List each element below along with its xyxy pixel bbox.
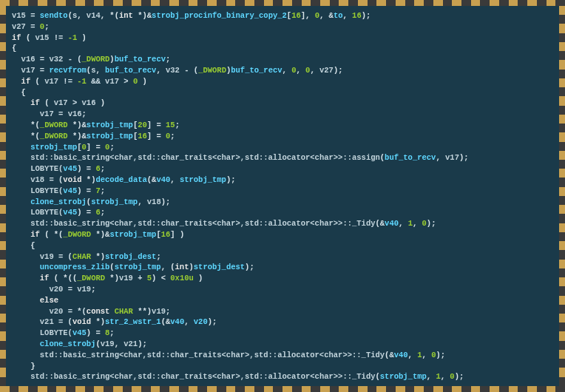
code-line: LOBYTE(v45) = 6; [12,163,553,175]
token-id: LOBYTE( [40,328,72,337]
token-punc: , [296,66,305,75]
token-gvar: to [334,11,343,20]
token-punc: ; [166,55,170,64]
code-line: v17 = v16; [12,109,553,120]
token-punc: , [77,11,87,20]
token-op: = [54,109,68,118]
token-op: > [119,77,133,86]
token-id: v19 [77,285,91,294]
token-punc: (& [376,219,385,228]
token-punc: *( [30,132,40,141]
token-id: v19 [40,252,54,261]
token-id: v14 [87,11,101,20]
token-kw: if [30,230,40,239]
token-punc: ] = [147,132,166,141]
decorative-border-left [0,6,6,386]
token-id: LOBYTE( [30,186,63,195]
token-punc: ); [436,351,445,359]
token-op: = [26,22,40,31]
token-punc: *) [91,317,105,326]
token-punc: , [427,372,436,381]
code-line: uncompress_zlib(strobj_tmp, (int)strobj_… [12,262,553,273]
token-id: std::basic_string<char,std::char_traits<… [30,219,375,228]
token-punc: *)& [68,132,87,141]
token-id: v17 [445,153,459,162]
token-kw: int [175,263,189,271]
token-punc: *) [91,252,105,261]
code-line: if ( v17 != -1 && v17 > 0 ) [12,76,553,87]
token-id: v32 [49,55,63,64]
token-id: v20 [49,307,63,316]
code-line: clone_strobj(v19, v21); [12,339,553,350]
token-op: = [35,55,50,64]
token-punc: , *( [101,11,119,20]
token-num: 0x10u [170,274,194,283]
code-line: if ( *(_DWORD *)&strobj_tmp[16] ) [12,229,553,240]
token-kw: void [72,317,91,326]
token-punc: , [408,351,418,359]
token-func: clone_strobj [30,197,87,206]
token-punc: , [436,153,445,162]
code-line: std::basic_string<char,std::char_traits<… [12,218,553,229]
token-punc: , [138,197,147,206]
token-punc: ( [21,33,35,42]
token-id: v19 [119,274,133,283]
token-id: v20 [49,285,63,294]
token-punc: *) [82,175,96,184]
decompiled-code-block[interactable]: v15 = sendto(s, v14, *(int *)&strobj_pro… [7,7,558,385]
token-gvar: v20 [194,317,208,326]
token-id: v17 [105,77,119,86]
token-punc: ); [245,263,254,271]
token-gvar: strobj_tmp [115,263,161,271]
token-punc: ) [95,98,105,107]
token-punc: ; [109,328,114,337]
code-line: *(_DWORD *)&strobj_tmp[16] = 0; [12,131,553,142]
token-gvar: strobj_tmp [180,175,226,184]
code-viewport: v15 = sendto(s, v14, *(int *)&strobj_pro… [7,7,558,385]
token-punc: ) = [77,164,95,173]
token-punc: ] = [87,143,105,152]
token-punc: *)& [91,230,109,239]
token-gvar: v40 [385,219,399,228]
token-gvar: buf_to_recv [385,153,436,162]
token-punc: ) [194,274,203,283]
token-kw: if [30,98,40,107]
token-punc: ); [226,175,236,184]
token-id: v27 [12,22,26,31]
token-punc: ) [138,77,147,86]
code-line: v16 = v32 - (_DWORD)buf_to_recv; [12,54,553,65]
code-line: v20 = v19; [12,284,553,295]
token-id: v16 [68,109,82,118]
token-punc: , [422,351,432,359]
token-punc: ; [101,164,105,173]
token-type: _DWORD [198,66,226,75]
code-line: if ( v15 != -1 ) [12,33,553,44]
token-num: 16 [291,11,301,20]
decorative-border-top [0,0,565,6]
token-gvar: strobj_tmp [380,372,427,381]
token-punc: , [413,219,422,228]
code-line: } [12,361,553,372]
token-num: 16 [161,230,171,239]
token-type: _DWORD [82,55,110,64]
token-punc: ; [101,186,105,195]
token-punc: ); [455,372,464,381]
token-kw: const [87,307,110,316]
token-punc: , [156,66,166,75]
token-punc: ; [156,252,160,261]
code-line: { [12,87,553,98]
token-func: sendto [40,11,68,20]
token-punc: ); [459,153,469,162]
code-line: LOBYTE(v45) = 8; [12,328,553,339]
token-gvar: buf_to_recv [105,66,156,75]
token-punc: , [441,372,450,381]
token-id: v16 [21,55,35,64]
token-punc: ) = [77,186,95,195]
code-line: LOBYTE(v45) = 7; [12,186,553,197]
token-gvar: v45 [63,164,77,173]
token-func: clone_strobj [40,339,96,348]
token-punc: { [30,241,35,250]
code-line: v18 = (void *)decode_data(&v40, strobj_t… [12,175,553,186]
code-line: std::basic_string<char,std::char_traits<… [12,350,553,361]
token-op: = [26,11,40,20]
